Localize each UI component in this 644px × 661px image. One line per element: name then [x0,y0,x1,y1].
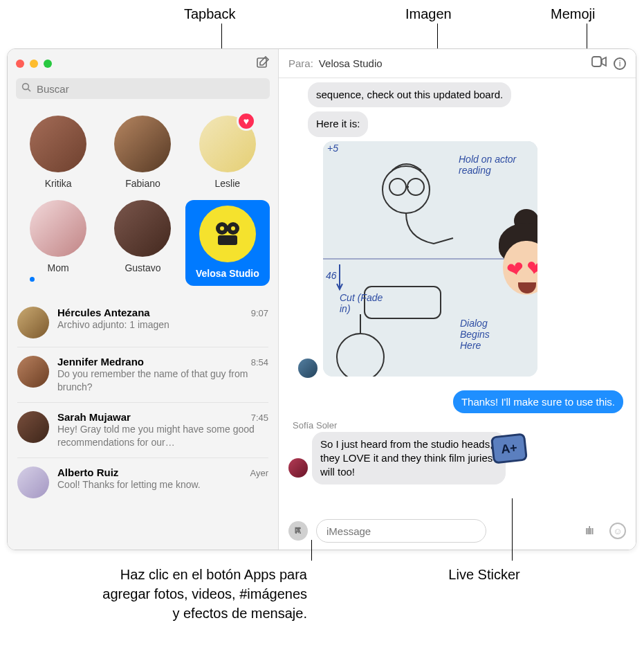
outgoing-message: Thanks! I'll make sure to use this. [453,390,623,413]
svg-point-1 [23,84,29,90]
pin-label: Fabiano [125,178,160,189]
to-value: Velosa Studio [319,57,383,69]
callout-imagen: Imagen [405,4,452,24]
list-item[interactable]: Hércules Antezana 9:07 Archivo adjunto: … [17,298,268,347]
messages-window: Kritika Fabiano ♥ Leslie Mom Gustavo [7,48,636,550]
avatar [199,206,256,262]
list-item[interactable]: Sarah Mujawar 7:45 Hey! Gray told me you… [17,403,268,458]
image-attachment[interactable]: +5 Hold on actor reading 46 Cut (Fade in… [323,141,537,377]
image-note: 46 [326,270,337,281]
pinned-kritika[interactable]: Kritika [16,116,100,189]
search-input[interactable] [16,78,270,99]
avatar [17,356,49,388]
conversation-name: Jennifer Medrano [57,356,144,368]
callout-tapback: Tapback [184,4,236,24]
zoom-button[interactable] [44,60,52,68]
image-note: +5 [327,143,338,154]
pinned-gustavo[interactable]: Gustavo [100,200,185,286]
audio-record-icon[interactable]: ıılıı [585,525,593,537]
pinned-grid: Kritika Fabiano ♥ Leslie Mom Gustavo [8,106,278,298]
conversation-name: Hércules Antezana [57,307,150,318]
chat-scroll[interactable]: sequence, check out this updated board. … [279,78,636,512]
callout-leader [512,498,513,561]
unread-dot-icon [28,275,36,283]
sender-avatar [288,458,308,478]
image-note: Hold on actor reading [459,154,528,177]
conversation-time: 7:45 [251,413,268,423]
svg-line-2 [28,89,30,91]
pinned-velosa-studio[interactable]: Velosa Studio [185,200,270,286]
compose-icon[interactable] [256,55,270,73]
pin-label: Gustavo [125,262,160,273]
conversation-preview: Do you remember the name of that guy fro… [57,368,268,394]
svg-text:A: A [295,526,302,536]
avatar [114,116,171,172]
callout-leader [311,540,312,561]
memoji-sticker: ❤ ❤ [485,223,537,313]
incoming-message: So I just heard from the studio heads, t… [312,432,506,485]
pin-label: Velosa Studio [196,268,259,279]
conversation-preview: Archivo adjunto: 1 imagen [57,318,268,332]
conversation-time: 8:54 [251,357,268,368]
conversation-name: Alberto Ruiz [57,467,118,478]
pinned-leslie[interactable]: ♥ Leslie [185,116,270,189]
image-note: Cut (Fade in) [340,292,388,314]
sender-avatar [298,359,318,378]
svg-rect-8 [592,57,601,66]
avatar [30,116,86,172]
conversation-preview: Cool! Thanks for letting me know. [57,478,268,491]
conversation-header: Para: Velosa Studio i [279,49,636,78]
image-note: Dialog Begins Here [460,318,510,351]
to-label: Para: [288,57,313,69]
avatar [17,307,49,338]
emoji-picker-icon[interactable]: ☺ [609,523,626,539]
callout-memoji: Memoji [551,4,595,24]
facetime-icon[interactable] [590,56,608,71]
svg-point-6 [220,226,224,230]
conversation-preview: Hey! Gray told me you might have some go… [57,423,268,449]
close-button[interactable] [16,60,24,68]
avatar [30,200,86,257]
sender-name-label: Sofía Soler [293,420,626,431]
conversation-time: 9:07 [251,308,268,318]
avatar [17,411,49,443]
list-item[interactable]: Alberto Ruiz Ayer Cool! Thanks for letti… [17,458,268,507]
conversation-list: Hércules Antezana 9:07 Archivo adjunto: … [8,298,278,550]
incoming-message: Here it is: [308,111,368,136]
message-input[interactable] [316,519,486,543]
pin-label: Kritika [45,178,72,189]
sidebar: Kritika Fabiano ♥ Leslie Mom Gustavo [8,49,279,550]
search-wrap [8,78,278,106]
callout-apps: Haz clic en el botón Apps para agregar f… [93,565,307,623]
tapback-heart-icon: ♥ [237,111,256,131]
pin-label: Mom [48,262,69,273]
compose-bar: A ıılıı ☺ [279,512,636,550]
pinned-mom[interactable]: Mom [16,200,100,286]
search-icon [21,82,31,95]
conversation-time: Ayer [250,468,269,478]
conversation-pane: Para: Velosa Studio i sequence, check ou… [279,49,636,550]
callout-live-sticker: Live Sticker [415,565,553,584]
live-sticker[interactable]: A+ [490,433,528,464]
message-input-wrap: ıılıı [316,519,601,543]
apps-button[interactable]: A [288,521,308,541]
conversation-name: Sarah Mujawar [57,411,131,423]
minimize-button[interactable] [30,60,38,68]
info-icon[interactable]: i [614,57,626,70]
avatar [17,467,49,498]
traffic-lights [16,60,52,68]
svg-rect-5 [218,235,237,245]
incoming-message: sequence, check out this updated board. [308,82,511,107]
list-item[interactable]: Jennifer Medrano 8:54 Do you remember th… [17,347,268,403]
pinned-fabiano[interactable]: Fabiano [100,116,185,189]
pin-label: Leslie [215,178,241,189]
titlebar [8,49,278,78]
avatar [114,200,171,257]
svg-point-7 [231,226,235,230]
